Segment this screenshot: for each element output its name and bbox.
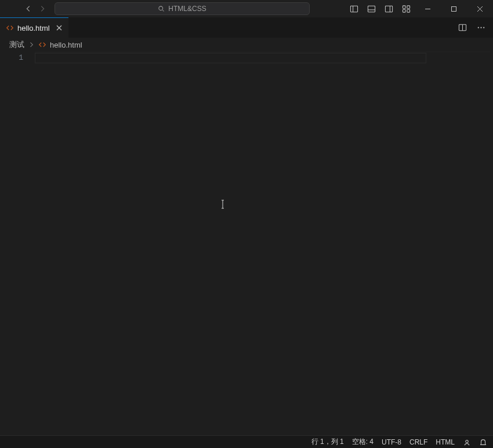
- svg-rect-4: [403, 5, 405, 8]
- status-encoding[interactable]: UTF-8: [382, 438, 401, 446]
- search-icon: [158, 5, 165, 12]
- tab-hello-html[interactable]: hello.html: [0, 17, 68, 38]
- line-number: 1: [0, 53, 35, 63]
- breadcrumb-separator-icon: [28, 41, 35, 48]
- status-eol[interactable]: CRLF: [409, 438, 427, 446]
- close-window-icon[interactable]: [467, 0, 493, 17]
- code-line[interactable]: [35, 52, 490, 62]
- svg-point-13: [466, 440, 468, 442]
- toggle-panel-icon[interactable]: [362, 0, 380, 17]
- nav-back-icon[interactable]: [23, 5, 34, 13]
- status-cursor-position[interactable]: 行 1，列 1: [311, 437, 344, 447]
- svg-rect-7: [407, 9, 409, 12]
- breadcrumb-file[interactable]: hello.html: [50, 41, 82, 49]
- svg-rect-2: [368, 6, 375, 12]
- nav-forward-icon: [37, 5, 48, 13]
- command-center[interactable]: HTML&CSS: [55, 2, 310, 15]
- svg-point-11: [480, 27, 481, 28]
- customize-layout-icon[interactable]: [397, 0, 415, 17]
- status-language[interactable]: HTML: [436, 438, 455, 446]
- svg-rect-3: [385, 6, 392, 12]
- notifications-icon[interactable]: [479, 438, 487, 446]
- more-actions-icon[interactable]: [473, 20, 488, 35]
- html-file-icon: [6, 24, 14, 32]
- window-controls: [415, 0, 493, 17]
- svg-point-10: [477, 27, 478, 28]
- toggle-secondary-sidebar-icon[interactable]: [380, 0, 397, 17]
- svg-rect-5: [407, 5, 409, 8]
- svg-point-12: [483, 27, 484, 28]
- minimap[interactable]: [490, 52, 493, 435]
- svg-rect-1: [350, 6, 357, 12]
- svg-rect-6: [403, 9, 405, 12]
- breadcrumb-folder[interactable]: 测试: [9, 39, 24, 50]
- html-file-icon: [38, 41, 46, 49]
- maximize-icon[interactable]: [441, 0, 467, 17]
- svg-point-0: [159, 6, 163, 10]
- layout-controls: [345, 0, 415, 17]
- tab-label: hello.html: [17, 24, 50, 32]
- toggle-primary-sidebar-icon[interactable]: [345, 0, 362, 17]
- nav-arrows: [0, 5, 51, 13]
- tab-close-icon[interactable]: [56, 24, 63, 31]
- text-cursor-icon: [220, 199, 221, 209]
- command-center-label: HTML&CSS: [168, 5, 206, 13]
- tab-actions: [455, 17, 493, 38]
- feedback-icon[interactable]: [463, 438, 471, 446]
- tabs-bar: hello.html: [0, 17, 493, 38]
- line-number-gutter: 1: [0, 52, 35, 435]
- breadcrumb: 测试 hello.html: [0, 38, 493, 52]
- svg-rect-8: [452, 6, 456, 11]
- minimize-icon[interactable]: [415, 0, 441, 17]
- editor: 1: [0, 52, 493, 435]
- title-bar: HTML&CSS: [0, 0, 493, 17]
- status-bar: 行 1，列 1 空格: 4 UTF-8 CRLF HTML: [0, 435, 493, 448]
- status-indentation[interactable]: 空格: 4: [352, 437, 374, 447]
- code-area[interactable]: [35, 52, 490, 435]
- split-editor-icon[interactable]: [455, 20, 470, 35]
